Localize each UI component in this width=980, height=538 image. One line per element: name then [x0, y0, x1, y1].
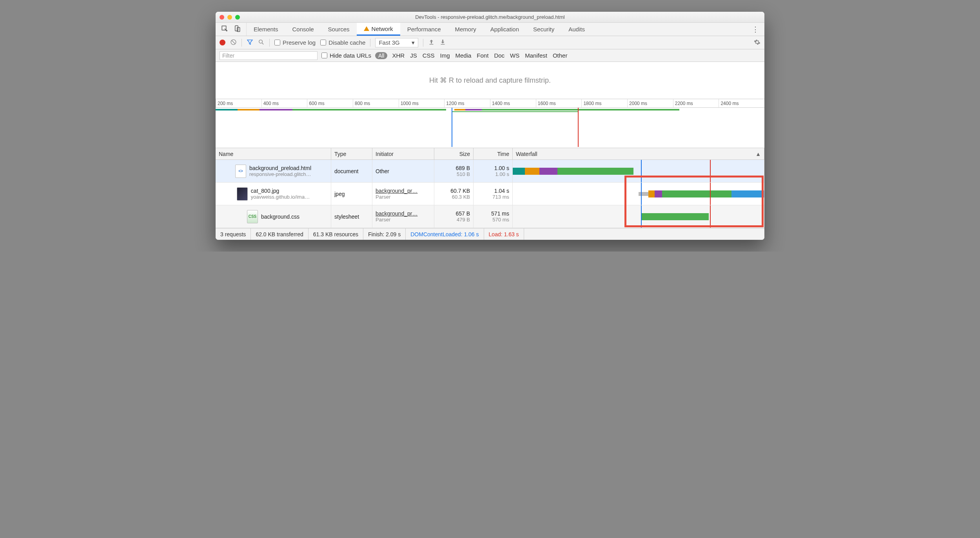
status-transferred: 62.0 KB transferred — [251, 228, 308, 240]
tab-security[interactable]: Security — [526, 23, 561, 36]
record-button[interactable] — [220, 40, 225, 45]
throttle-select[interactable]: Fast 3G▾ — [375, 38, 418, 47]
status-finish: Finish: 2.09 s — [363, 228, 406, 240]
tab-network[interactable]: Network — [357, 23, 400, 36]
preserve-log-checkbox[interactable]: Preserve log — [274, 39, 316, 46]
col-name[interactable]: Name — [216, 148, 331, 159]
tab-console[interactable]: Console — [285, 23, 321, 36]
titlebar: DevTools - responsive-preload.glitch.me/… — [216, 12, 764, 23]
svg-rect-5 — [429, 44, 433, 44]
status-resources: 61.3 KB resources — [309, 228, 363, 240]
filter-type-font[interactable]: Font — [476, 52, 489, 59]
filter-type-manifest[interactable]: Manifest — [524, 52, 548, 59]
status-load: Load: 1.63 s — [484, 228, 524, 240]
tab-sources[interactable]: Sources — [321, 23, 357, 36]
waterfall-cell — [513, 183, 764, 205]
filter-type-all[interactable]: All — [375, 52, 388, 59]
sort-arrow-icon: ▲ — [755, 151, 761, 157]
warning-icon — [364, 26, 369, 31]
table-header: Name Type Initiator Size Time Waterfall▲ — [216, 148, 764, 160]
request-name: background.css — [261, 214, 299, 220]
filter-type-css[interactable]: CSS — [422, 52, 436, 59]
window-title: DevTools - responsive-preload.glitch.me/… — [216, 14, 764, 20]
filter-type-xhr[interactable]: XHR — [391, 52, 405, 59]
col-waterfall[interactable]: Waterfall▲ — [513, 148, 764, 159]
overview-ruler: 200 ms400 ms600 ms 800 ms1000 ms1200 ms … — [216, 99, 764, 108]
request-row[interactable]: cat_800.jpg yoavweiss.github.io/ima… jpe… — [216, 183, 764, 205]
clear-icon[interactable] — [230, 39, 237, 47]
request-row[interactable]: CSS background.css stylesheet background… — [216, 205, 764, 228]
tab-audits[interactable]: Audits — [561, 23, 592, 36]
col-initiator[interactable]: Initiator — [372, 148, 434, 159]
filter-type-ws[interactable]: WS — [509, 52, 520, 59]
network-toolbar: Preserve log Disable cache Fast 3G▾ — [216, 36, 764, 49]
disable-cache-checkbox[interactable]: Disable cache — [320, 39, 365, 46]
timeline-overview[interactable]: 200 ms400 ms600 ms 800 ms1000 ms1200 ms … — [216, 99, 764, 148]
waterfall-cell — [513, 160, 764, 182]
tab-performance[interactable]: Performance — [400, 23, 448, 36]
svg-rect-6 — [441, 44, 445, 44]
inspect-icon[interactable] — [221, 25, 228, 33]
tab-elements[interactable]: Elements — [247, 23, 285, 36]
hide-data-urls-checkbox[interactable]: Hide data URLs — [321, 52, 371, 59]
filter-bar: Filter Hide data URLs All XHR JS CSS Img… — [216, 49, 764, 62]
settings-icon[interactable] — [754, 39, 760, 47]
status-requests: 3 requests — [216, 228, 251, 240]
more-menu-icon[interactable]: ⋮ — [746, 25, 764, 34]
filter-type-doc[interactable]: Doc — [493, 52, 505, 59]
filter-icon[interactable] — [247, 39, 253, 47]
filmstrip-hint: Hit ⌘ R to reload and capture filmstrip. — [216, 62, 764, 99]
svg-rect-1 — [235, 26, 238, 31]
search-icon[interactable] — [258, 39, 265, 47]
request-host: responsive-preload.glitch… — [249, 171, 311, 177]
device-icon[interactable] — [234, 25, 241, 33]
svg-point-4 — [259, 40, 263, 43]
image-file-icon — [237, 187, 248, 201]
col-type[interactable]: Type — [331, 148, 372, 159]
css-file-icon: CSS — [247, 210, 258, 223]
col-time[interactable]: Time — [474, 148, 513, 159]
request-name: cat_800.jpg — [251, 188, 310, 194]
chevron-down-icon: ▾ — [412, 39, 415, 46]
col-size[interactable]: Size — [434, 148, 474, 159]
upload-har-icon[interactable] — [428, 39, 435, 47]
download-har-icon[interactable] — [439, 39, 446, 47]
tab-memory[interactable]: Memory — [448, 23, 483, 36]
filter-input[interactable]: Filter — [220, 51, 318, 60]
status-domcontentloaded: DOMContentLoaded: 1.06 s — [406, 228, 484, 240]
filter-type-img[interactable]: Img — [439, 52, 450, 59]
request-host: yoavweiss.github.io/ima… — [251, 194, 310, 200]
tab-application[interactable]: Application — [483, 23, 526, 36]
waterfall-cell — [513, 205, 764, 228]
filter-type-other[interactable]: Other — [552, 52, 568, 59]
request-row[interactable]: <> background_preload.html responsive-pr… — [216, 160, 764, 183]
request-name: background_preload.html — [249, 165, 311, 171]
status-bar: 3 requests 62.0 KB transferred 61.3 KB r… — [216, 228, 764, 240]
panel-tabs: Elements Console Sources Network Perform… — [216, 23, 764, 36]
html-file-icon: <> — [235, 165, 246, 178]
filter-type-media[interactable]: Media — [455, 52, 472, 59]
filter-type-js[interactable]: JS — [409, 52, 418, 59]
devtools-window: DevTools - responsive-preload.glitch.me/… — [216, 12, 764, 240]
